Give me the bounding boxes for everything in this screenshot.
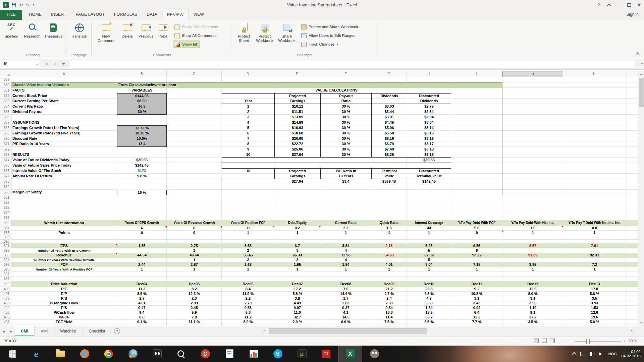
cell-B360[interactable]: From Classicvalueinvestors.com bbox=[117, 82, 167, 88]
cell-F365[interactable]: 30 % bbox=[320, 109, 371, 115]
row-header-382[interactable]: 382 bbox=[0, 200, 11, 205]
cell-F374[interactable] bbox=[320, 158, 371, 163]
cell-H386[interactable]: Interest Coverage bbox=[407, 220, 451, 226]
cell-H401[interactable]: 4.8 % bbox=[407, 292, 451, 296]
sheet-nav-right-icon[interactable]: ► bbox=[7, 326, 15, 336]
cell-B395[interactable]: 2.44 bbox=[117, 262, 167, 267]
row-header-400[interactable]: 400 bbox=[0, 287, 11, 292]
cell-H395[interactable]: 3.04 bbox=[407, 262, 451, 267]
cell-C388[interactable]: 0 bbox=[167, 231, 222, 235]
cell-E404[interactable]: 0.97 bbox=[274, 306, 320, 310]
tab-file[interactable]: FILE bbox=[0, 10, 22, 20]
cell-A364[interactable]: Current P/E Ratio bbox=[11, 104, 117, 109]
cell-D387[interactable]: 11 bbox=[222, 226, 274, 231]
cell-H404[interactable]: 1.64 bbox=[407, 306, 451, 310]
cell-C404[interactable]: 0.45 bbox=[167, 306, 222, 310]
row-header-367[interactable]: 367 bbox=[0, 120, 11, 125]
cell-J388[interactable]: 1 bbox=[502, 231, 563, 235]
customize-qat-icon[interactable]: ▾ bbox=[33, 3, 34, 6]
cell-G405[interactable]: 13.3 bbox=[371, 310, 407, 315]
cell-D363[interactable]: Year bbox=[222, 99, 274, 104]
cell-B371[interactable]: 13.4 bbox=[117, 141, 167, 147]
protect-sheet-button[interactable]: Protect Sheet bbox=[234, 21, 253, 51]
cell-H372[interactable]: $3.18 bbox=[407, 147, 451, 152]
cell-F406[interactable]: 14.5 bbox=[320, 315, 371, 320]
cell-K393[interactable]: 92.31 bbox=[563, 253, 626, 258]
row-header-362[interactable]: 362 bbox=[0, 93, 11, 99]
cell-G365[interactable]: $3.44 bbox=[371, 109, 407, 115]
column-header-C[interactable]: C bbox=[167, 71, 222, 77]
hidden-icons-icon[interactable] bbox=[573, 351, 576, 357]
row-header-397[interactable]: 397 bbox=[0, 272, 11, 277]
row-header-373[interactable]: 373 bbox=[0, 152, 11, 158]
cell-H394[interactable]: 5 bbox=[407, 258, 451, 262]
cell-F378[interactable]: 13.4 bbox=[320, 179, 371, 184]
firefox-icon[interactable] bbox=[72, 346, 97, 362]
cell-A377[interactable]: Annual Rate Of Return bbox=[11, 174, 117, 179]
cell-E387[interactable]: 0.2 bbox=[274, 226, 320, 231]
cell-K406[interactable]: 19.6 bbox=[563, 315, 626, 320]
cell-H388[interactable]: 1 bbox=[407, 231, 451, 235]
tab-insert[interactable]: INSERT bbox=[46, 10, 71, 20]
ccleaner-icon[interactable]: C bbox=[193, 346, 217, 362]
row-header-406[interactable]: 406 bbox=[0, 315, 11, 320]
row-header-377[interactable]: 377 bbox=[0, 174, 11, 179]
cell-A365[interactable]: Dividend Pay-out bbox=[11, 109, 117, 115]
cell-E378[interactable]: $27.64 bbox=[274, 179, 320, 184]
tab-data[interactable]: DATA bbox=[142, 10, 162, 20]
cell-K404[interactable]: 1.53 bbox=[563, 306, 626, 310]
row-header-394[interactable]: 394 bbox=[0, 258, 11, 262]
cell-E405[interactable]: 11.0 bbox=[274, 310, 320, 315]
cell-I406[interactable]: 12.3 bbox=[451, 315, 502, 320]
row-header-369[interactable]: 369 bbox=[0, 131, 11, 136]
allow-users-to-edit-ranges-button[interactable]: Allow Users to Edit Ranges bbox=[300, 32, 357, 39]
cell-C392[interactable]: 1 bbox=[167, 248, 222, 253]
cell-C401[interactable]: 12.3 % bbox=[167, 292, 222, 296]
sign-in-link[interactable]: Sign in bbox=[626, 10, 644, 20]
cell-E396[interactable]: 1 bbox=[274, 267, 320, 272]
row-header-371[interactable]: 371 bbox=[0, 141, 11, 147]
row-header-401[interactable]: 401 bbox=[0, 292, 11, 296]
cancel-icon[interactable]: ✕ bbox=[45, 62, 49, 67]
cell-I407[interactable]: 7.7 % bbox=[451, 320, 502, 324]
cell-D361[interactable]: VALUE CALCULATIONS bbox=[222, 88, 451, 93]
cell-C402[interactable]: 2.3 bbox=[167, 296, 222, 301]
collapse-ribbon-button[interactable] bbox=[635, 51, 641, 56]
cell-J400[interactable]: 12.5 bbox=[502, 287, 563, 292]
cell-B388[interactable]: 0 bbox=[117, 231, 167, 235]
cell-A399[interactable]: Price Valuation bbox=[11, 281, 117, 287]
cell-C407[interactable]: 11.1 % bbox=[167, 320, 222, 324]
cell-A404[interactable]: P/S bbox=[11, 306, 117, 310]
row-header-368[interactable]: 368 bbox=[0, 125, 11, 131]
cell-E386[interactable]: Debt/Equity bbox=[274, 220, 320, 226]
row-header-386[interactable]: 386 bbox=[0, 220, 11, 226]
cell-F393[interactable]: 72.98 bbox=[320, 253, 371, 258]
media-player-icon[interactable] bbox=[145, 346, 169, 362]
enter-icon[interactable]: ✓ bbox=[53, 62, 57, 67]
cell-D405[interactable]: 5.3 bbox=[222, 310, 274, 315]
cell-A362[interactable]: Current Stock Price bbox=[11, 93, 117, 99]
cell-A369[interactable]: Earnings Growth Rate (2nd Five Years) bbox=[11, 131, 117, 136]
row-header-388[interactable]: 388 bbox=[0, 231, 11, 235]
cell-A403[interactable]: P/Tangible Book bbox=[11, 301, 117, 306]
cell-G387[interactable]: 1.5 bbox=[371, 226, 407, 231]
cell-D376[interactable]: 10 bbox=[222, 168, 274, 174]
tab-page-layout[interactable]: PAGE LAYOUT bbox=[71, 10, 109, 20]
cell-C391[interactable]: 2.75 bbox=[167, 244, 222, 248]
formula-bar-expand-icon[interactable]: ▾ bbox=[641, 62, 643, 65]
cell-C395[interactable]: 2.87 bbox=[167, 262, 222, 267]
cell-E364[interactable]: $10.12 bbox=[274, 104, 320, 109]
skype-icon[interactable]: S bbox=[266, 346, 290, 362]
utorrent-icon[interactable]: µ bbox=[290, 346, 314, 362]
cell-I393[interactable]: 93.22 bbox=[451, 253, 502, 258]
column-header-D[interactable]: D bbox=[222, 71, 274, 77]
vertical-scrollbar[interactable]: ▲ ▼ bbox=[638, 71, 644, 326]
cell-G369[interactable]: $5.58 bbox=[371, 131, 407, 136]
cell-D400[interactable]: 8.4 bbox=[222, 287, 274, 292]
network-tray-icon[interactable] bbox=[590, 352, 594, 356]
cell-H378[interactable]: $142.45 bbox=[407, 179, 451, 184]
cell-C406[interactable]: 7.8 bbox=[167, 315, 222, 320]
cell-B400[interactable]: 11.3 bbox=[117, 287, 167, 292]
undo-icon[interactable]: ↶ bbox=[19, 3, 23, 7]
cell-G366[interactable]: $3.91 bbox=[371, 115, 407, 120]
